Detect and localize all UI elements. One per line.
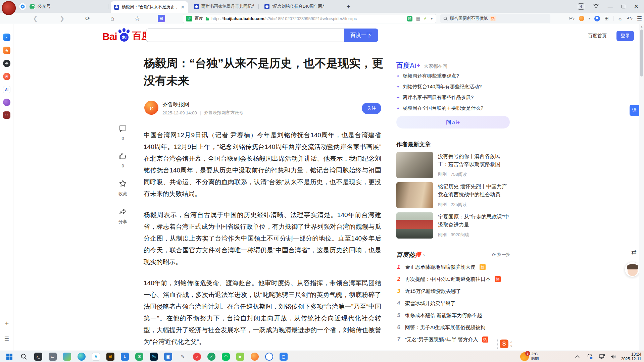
taskbar-monitor-icon[interactable]: ▭ bbox=[49, 353, 57, 361]
taskbar-video-app-icon[interactable]: ▶ bbox=[236, 353, 244, 361]
tab-article-active[interactable]: 杨毅周：“台独”从来不是历史， ✕ bbox=[111, 1, 188, 13]
windows-start-icon[interactable] bbox=[5, 353, 13, 361]
new-tab-button[interactable]: ＋ bbox=[344, 2, 352, 10]
taskbar-wechat-work-icon[interactable]: ◠ bbox=[222, 353, 230, 361]
floating-assistant-avatar[interactable] bbox=[625, 262, 640, 277]
qr-code-icon[interactable]: ▦ bbox=[416, 16, 420, 21]
hot-search-item[interactable]: 7“无名”男子医院躺7年半 警方介入热 bbox=[396, 335, 510, 344]
hot-search-item[interactable]: 5维修成本翻倍 新能源车为何修不起 bbox=[396, 311, 510, 319]
author-article-card[interactable]: 没有番号的你丨滇西各族民工：茹苦含辛以期筑路救国 刚刚753阅读 bbox=[396, 152, 510, 179]
sidebar-add-button[interactable]: ＋ bbox=[0, 319, 13, 327]
theme-shirt-icon[interactable] bbox=[593, 3, 599, 10]
hot-search-item[interactable]: 6网警：男子AI生成车展低俗视频被拘 bbox=[396, 323, 510, 331]
favorite-action[interactable]: 收藏 bbox=[116, 179, 130, 197]
taskbar-screenshare-icon[interactable]: ▣ bbox=[164, 353, 172, 361]
sidebar-grape-icon[interactable] bbox=[3, 99, 10, 106]
close-window-icon[interactable]: ✕ bbox=[634, 3, 639, 10]
back-icon[interactable]: ❮ bbox=[31, 13, 40, 24]
tray-network-icon[interactable] bbox=[599, 351, 605, 362]
tab-gongzhonghao[interactable]: 公众号 bbox=[30, 0, 51, 13]
ask-ai-button[interactable]: 问Ai+ bbox=[396, 116, 510, 128]
taskbar-l-app-icon[interactable]: L bbox=[121, 353, 129, 361]
menu-icon[interactable]: ☰ bbox=[637, 15, 642, 22]
ai-question[interactable]: ✦ 刘铭传抚台140周年有哪些纪念活动? bbox=[396, 84, 482, 90]
hot-search-item[interactable]: 3近15万亿新增贷款去哪了 bbox=[396, 287, 510, 295]
tray-volume-icon[interactable] bbox=[611, 351, 616, 362]
baidu-search-button[interactable]: 百度一下 bbox=[344, 29, 378, 42]
author-avatar[interactable]: e bbox=[144, 101, 158, 115]
sidebar-chat-icon[interactable]: ◖ bbox=[3, 34, 10, 41]
bookmark-star-icon[interactable]: ☆ bbox=[133, 13, 142, 24]
display-settings-icon[interactable]: ☼ bbox=[618, 16, 623, 21]
url-bar[interactable]: 证 百度 https://baijiahao.baidu.com/s?id=18… bbox=[183, 14, 436, 23]
nav-send-button[interactable] bbox=[19, 3, 27, 10]
scroll-up-arrow[interactable]: ▲ bbox=[640, 25, 643, 28]
taskbar-window-app-icon[interactable]: ▢ bbox=[280, 353, 288, 361]
ai-question[interactable]: ✦ 杨毅周还有哪些重要观点? bbox=[396, 73, 459, 79]
speed-flash-icon[interactable]: ⚡ bbox=[424, 16, 427, 21]
game-pet-icon[interactable] bbox=[579, 16, 584, 21]
share-action[interactable]: 分享 bbox=[116, 207, 130, 225]
sidebar-ai-red-icon[interactable]: AI bbox=[3, 73, 10, 80]
taskbar-weather[interactable]: 6 2°C 晴朗 bbox=[520, 352, 539, 361]
maximize-icon[interactable] bbox=[622, 5, 625, 8]
author-name[interactable]: 齐鲁晚报网 bbox=[162, 101, 189, 108]
ai-question[interactable]: ✦ 杨毅周在全国台联的主要职责是什么? bbox=[396, 105, 483, 111]
author-article-card[interactable]: 铭记历史 缅怀先烈丨中国共产党在滇西抗战中的社会动员 刚刚225阅读 bbox=[396, 182, 510, 209]
hot-search-logo[interactable]: 百度热搜› bbox=[396, 251, 425, 258]
taskbar-console-icon[interactable]: ›_ bbox=[34, 353, 42, 361]
undo-closed-tab-icon[interactable]: ↶▾ bbox=[627, 15, 633, 21]
browser-user-avatar[interactable] bbox=[2, 1, 16, 15]
tab-jinian[interactable]: “纪念刘铭传抚台140周年两岸交 bbox=[261, 0, 328, 13]
ai-question[interactable]: ✦ 两岸名家书画展有哪些作品参展? bbox=[396, 94, 474, 101]
sidebar-paw-icon[interactable] bbox=[3, 60, 10, 67]
taskbar-pencil-icon[interactable]: ✎ bbox=[179, 353, 187, 361]
home-icon[interactable]: ⌂ bbox=[108, 13, 117, 24]
close-tab-icon[interactable]: ✕ bbox=[181, 4, 185, 10]
screenshot-scissors-icon[interactable]: ✂▾ bbox=[569, 15, 575, 21]
baidu-search-input[interactable] bbox=[146, 29, 344, 42]
sidebar-favorites-star-icon[interactable]: ★ bbox=[3, 47, 10, 54]
account-icon[interactable] bbox=[594, 16, 600, 21]
ai-assistant-icon[interactable]: AI bbox=[158, 15, 165, 22]
page-scrollbar[interactable]: ▲ bbox=[639, 24, 644, 351]
like-action[interactable]: 0 bbox=[116, 152, 130, 168]
forward-icon[interactable]: ❯ bbox=[58, 13, 66, 24]
translate-page-icon[interactable]: 译 bbox=[407, 16, 412, 21]
hot-refresh-button[interactable]: ⟳换一换 bbox=[492, 252, 510, 258]
sidebar-ai-blue-icon[interactable]: AI bbox=[3, 86, 10, 93]
hot-search-item[interactable]: 4蜜雪冰城开始卖早餐了 bbox=[396, 299, 510, 307]
toolbar-search-box[interactable]: 联合国厕所不再供纸 热 bbox=[440, 14, 550, 23]
taskbar-circle-app-icon[interactable] bbox=[265, 353, 273, 361]
taskbar-clock[interactable]: 13:24 2025-12-11 bbox=[621, 352, 642, 361]
taskbar-firefox-icon[interactable] bbox=[251, 353, 259, 361]
taskbar-music-icon[interactable]: ♪ bbox=[193, 353, 201, 361]
author-article-card[interactable]: 宁夏固原：从“行走的思政课”中汲取奋进力量 刚刚3920阅读 bbox=[396, 212, 510, 239]
taskbar-v-app-icon[interactable]: V bbox=[92, 353, 100, 361]
minimize-icon[interactable]: — bbox=[608, 4, 613, 9]
taskbar-photos-icon[interactable] bbox=[63, 353, 71, 361]
taskbar-search-icon[interactable] bbox=[20, 353, 28, 361]
refresh-icon[interactable]: ⟳ bbox=[83, 13, 92, 24]
baidu-logo[interactable]: Bai du 百度 bbox=[102, 28, 151, 42]
taskbar-wechat-icon[interactable]: ✉ bbox=[135, 353, 143, 361]
scrollbar-thumb[interactable] bbox=[640, 30, 643, 76]
hot-search-item[interactable]: 2再次提醒：中国公民近期避免前往日本热 bbox=[396, 275, 510, 283]
tab-count-badge[interactable]: 4 bbox=[578, 3, 584, 10]
taskbar-illustrator-icon[interactable]: Ai bbox=[106, 353, 114, 361]
tab-shuhua[interactable]: 两岸书画家笔墨丹青共同纪念刘 bbox=[191, 0, 257, 13]
tray-sync-icon[interactable] bbox=[587, 351, 593, 362]
sidebar-game-icon[interactable] bbox=[3, 111, 10, 119]
sidebar-list-button[interactable]: ☰ bbox=[0, 335, 13, 342]
floating-translate-button[interactable]: 译 bbox=[630, 105, 639, 116]
tray-chevron-up-icon[interactable] bbox=[575, 351, 580, 362]
baidu-home-link[interactable]: 百度首页 bbox=[588, 33, 607, 39]
taskbar-edge-icon[interactable] bbox=[78, 353, 86, 361]
taskbar-photoshop-icon[interactable]: Ps bbox=[150, 353, 158, 361]
chevron-down-icon[interactable]: ▼ bbox=[430, 17, 433, 20]
taskbar-check-app-icon[interactable]: ✓ bbox=[207, 353, 215, 361]
floating-exchange-icon[interactable]: ⇄ bbox=[631, 248, 637, 256]
apps-grid-icon[interactable]: ⊞ bbox=[604, 15, 609, 21]
follow-button[interactable]: 关注 bbox=[362, 103, 381, 114]
comment-action[interactable]: 0 bbox=[116, 124, 130, 141]
